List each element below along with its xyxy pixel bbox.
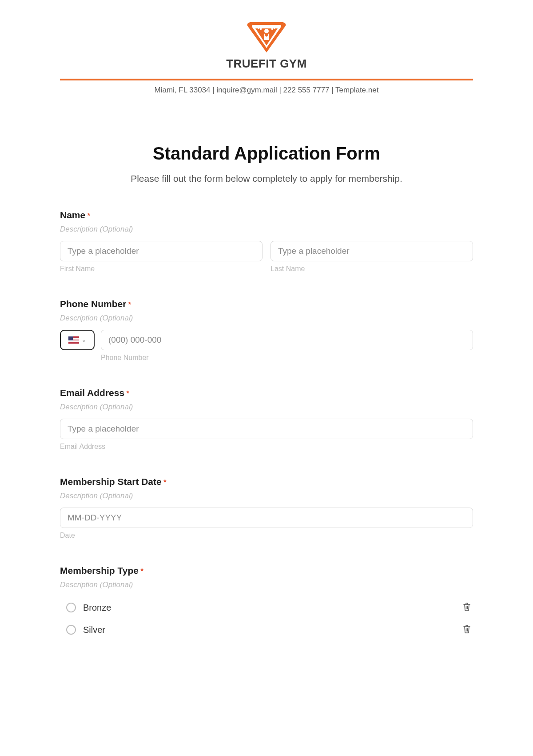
svg-point-5 (264, 29, 269, 33)
radio-silver-label: Silver (83, 625, 105, 635)
phone-input[interactable] (101, 330, 473, 350)
start-sublabel: Date (60, 532, 473, 540)
field-start-date: Membership Start Date * Description (Opt… (60, 476, 473, 540)
us-flag-icon (68, 336, 79, 344)
phone-desc[interactable]: Description (Optional) (60, 314, 473, 323)
email-desc[interactable]: Description (Optional) (60, 403, 473, 412)
phone-label: Phone Number (60, 299, 126, 309)
svg-rect-3 (258, 26, 259, 29)
field-membership-type: Membership Type * Description (Optional)… (60, 565, 473, 641)
start-date-input[interactable] (60, 508, 473, 528)
email-label: Email Address (60, 388, 124, 398)
phone-sublabel: Phone Number (101, 354, 473, 362)
radio-item-bronze: Bronze (60, 596, 473, 619)
last-name-input[interactable] (270, 241, 473, 261)
svg-rect-1 (260, 25, 262, 30)
logo-block: TRUEFIT GYM (60, 18, 473, 71)
radio-silver[interactable] (66, 625, 76, 635)
first-name-sublabel: First Name (60, 265, 263, 273)
field-name: Name * Description (Optional) First Name… (60, 210, 473, 273)
field-phone: Phone Number * Description (Optional) ⌄ … (60, 299, 473, 362)
email-input[interactable] (60, 419, 473, 439)
delete-option-bronze[interactable] (461, 600, 473, 615)
delete-option-silver[interactable] (461, 622, 473, 637)
start-desc[interactable]: Description (Optional) (60, 492, 473, 500)
svg-rect-4 (274, 26, 275, 29)
chevron-down-icon: ⌄ (82, 337, 86, 343)
header-divider (60, 79, 473, 80)
required-mark: * (140, 568, 143, 575)
radio-bronze-label: Bronze (83, 603, 111, 613)
trash-icon (462, 624, 471, 634)
start-label: Membership Start Date (60, 476, 162, 487)
radio-item-silver: Silver (60, 619, 473, 641)
last-name-sublabel: Last Name (270, 265, 473, 273)
membership-label: Membership Type (60, 565, 139, 576)
required-mark: * (163, 479, 166, 486)
name-desc[interactable]: Description (Optional) (60, 225, 473, 234)
gym-logo-icon (242, 18, 291, 53)
brand-name: TRUEFIT GYM (60, 57, 473, 71)
contact-line: Miami, FL 33034 | inquire@gym.mail | 222… (60, 86, 473, 95)
email-sublabel: Email Address (60, 443, 473, 451)
field-email: Email Address * Description (Optional) E… (60, 388, 473, 451)
svg-rect-0 (262, 27, 271, 28)
country-select[interactable]: ⌄ (60, 330, 95, 350)
trash-icon (462, 602, 471, 612)
first-name-input[interactable] (60, 241, 263, 261)
membership-desc[interactable]: Description (Optional) (60, 580, 473, 589)
name-label: Name (60, 210, 85, 220)
page-title: Standard Application Form (60, 144, 473, 164)
radio-bronze[interactable] (66, 603, 76, 612)
required-mark: * (88, 212, 90, 220)
svg-rect-2 (271, 25, 273, 30)
page-subtitle: Please fill out the form below completel… (60, 173, 473, 184)
required-mark: * (127, 390, 129, 397)
required-mark: * (128, 301, 131, 308)
